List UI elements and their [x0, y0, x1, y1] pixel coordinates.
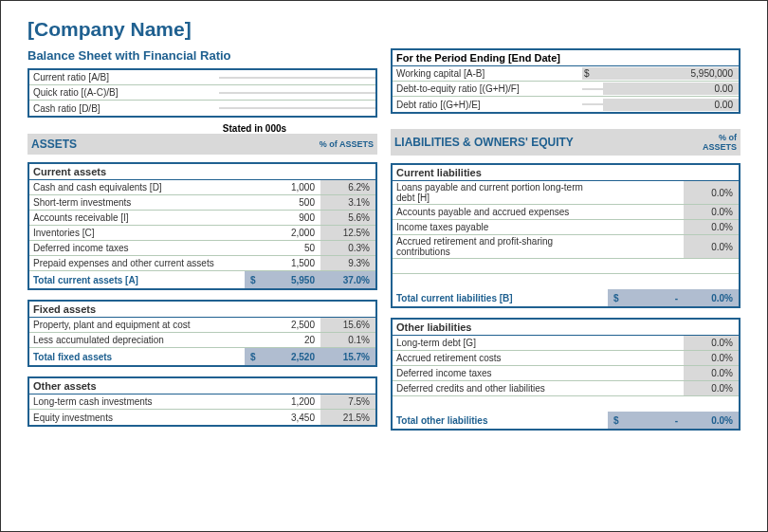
row-value: 1,500	[245, 256, 320, 270]
ratio-label: Debt-to-equity ratio [(G+H)/F]	[393, 83, 582, 95]
currency-symbol	[582, 88, 603, 90]
ratio-row: Debt-to-equity ratio [(G+H)/F] 0.00	[393, 82, 739, 97]
row-value	[608, 181, 684, 204]
total-label: Total current assets [A]	[29, 271, 245, 288]
ratio-value: 0.00	[603, 99, 739, 111]
row-label: Equity investments	[29, 410, 245, 425]
table-row: Long-term cash investments 1,200 7.5%	[29, 394, 375, 410]
total-row: Total current assets [A] $ 5,950 37.0%	[29, 271, 375, 288]
ratio-label: Current ratio [A/B]	[29, 71, 219, 83]
ratio-value: 5,950,000	[603, 67, 739, 80]
table-row: Deferred income taxes 50 0.3%	[29, 241, 375, 256]
row-pct: 0.0%	[684, 351, 739, 365]
table-row: Long-term debt [G] 0.0%	[393, 336, 739, 351]
assets-header-text: ASSETS	[31, 138, 77, 151]
table-row: Prepaid expenses and other current asset…	[29, 256, 375, 271]
pct-header: % of ASSETS	[320, 139, 374, 149]
row-label: Deferred credits and other liabilities	[393, 381, 608, 395]
total-pct: 15.7%	[320, 348, 375, 365]
ratio-value	[219, 107, 375, 109]
ratio-row: Debt ratio [(G+H)/E] 0.00	[393, 97, 739, 112]
row-label: Accounts receivable [I]	[29, 211, 245, 225]
table-row: Cash and cash equivalents [D] 1,000 6.2%	[29, 180, 375, 195]
row-pct: 6.2%	[320, 180, 375, 194]
row-value: 1,000	[245, 180, 320, 194]
current-liabilities-header: Current liabilities	[393, 165, 739, 181]
currency-symbol: $	[582, 67, 603, 80]
row-label: Deferred income taxes	[29, 241, 245, 255]
ratio-value	[219, 77, 375, 79]
row-label: Deferred income taxes	[393, 366, 608, 380]
total-amount: -	[625, 415, 678, 426]
total-value: $ 5,950	[245, 271, 320, 288]
currency-symbol: $	[613, 415, 625, 426]
total-label: Total other liabilities	[393, 412, 608, 429]
table-row: Equity investments 3,450 21.5%	[29, 410, 375, 425]
total-row: Total current liabilities [B] $ - 0.0%	[393, 289, 739, 306]
row-value: 900	[245, 211, 320, 225]
other-liabilities-header: Other liabilities	[393, 320, 739, 336]
table-row: Accrued retirement costs 0.0%	[393, 351, 739, 366]
total-pct: 0.0%	[684, 412, 739, 429]
fixed-assets-header: Fixed assets	[29, 302, 375, 318]
row-pct: 3.1%	[320, 195, 375, 210]
row-label: Less accumulated depreciation	[29, 333, 245, 347]
ratio-label: Quick ratio [(A-C)/B]	[29, 86, 219, 99]
table-row: Property, plant and equipment at cost 2,…	[29, 318, 375, 333]
page-subtitle: Balance Sheet with Financial Ratio	[27, 48, 377, 63]
other-assets-group: Other assets Long-term cash investments …	[27, 376, 377, 427]
table-row: Less accumulated depreciation 20 0.1%	[29, 333, 375, 348]
row-value: 2,500	[245, 318, 320, 332]
total-value: $ -	[608, 412, 684, 429]
row-value: 50	[245, 241, 320, 255]
currency-symbol: $	[613, 293, 625, 303]
row-label: Accounts payable and accrued expenses	[393, 205, 608, 219]
row-value: 3,450	[245, 410, 320, 425]
row-pct: 0.0%	[684, 235, 739, 258]
left-ratios-box: Current ratio [A/B] Quick ratio [(A-C)/B…	[27, 68, 377, 118]
row-value	[608, 336, 684, 350]
row-value	[608, 235, 684, 258]
row-label: Long-term cash investments	[29, 394, 245, 409]
row-label: Inventories [C]	[29, 226, 245, 240]
row-value	[608, 220, 684, 234]
row-label: Loans payable and current portion long-t…	[393, 181, 608, 204]
total-amount: 2,520	[262, 352, 315, 362]
ratio-row: Working capital [A-B] $ 5,950,000	[393, 66, 739, 82]
table-row: Accounts payable and accrued expenses 0.…	[393, 205, 739, 220]
ratio-value: 0.00	[603, 83, 739, 95]
row-pct: 0.0%	[684, 366, 739, 380]
row-label: Short-term investments	[29, 195, 245, 210]
currency-symbol	[582, 103, 603, 105]
row-pct: 0.0%	[684, 381, 739, 395]
row-label: Accrued retirement costs	[393, 351, 608, 365]
pct-header: % of ASSETS	[703, 133, 737, 152]
row-pct: 12.5%	[320, 226, 375, 240]
total-amount: -	[625, 293, 678, 303]
table-row: Income taxes payable 0.0%	[393, 220, 739, 235]
row-pct: 0.0%	[684, 220, 739, 234]
table-row: Loans payable and current portion long-t…	[393, 181, 739, 205]
table-row: Deferred income taxes 0.0%	[393, 366, 739, 381]
ratio-label: Working capital [A-B]	[393, 67, 582, 80]
ratio-row: Quick ratio [(A-C)/B]	[29, 85, 375, 101]
assets-header: ASSETS % of ASSETS	[27, 134, 377, 155]
table-row: Inventories [C] 2,000 12.5%	[29, 226, 375, 241]
row-value	[608, 351, 684, 365]
row-value	[608, 205, 684, 219]
table-row: Accrued retirement and profit-sharing co…	[393, 235, 739, 259]
liabilities-header: LIABILITIES & OWNERS' EQUITY % of ASSETS	[391, 129, 741, 156]
ratio-label: Cash ratio [D/B]	[29, 102, 219, 115]
ratio-row: Cash ratio [D/B]	[29, 101, 375, 116]
row-pct: 21.5%	[320, 410, 375, 425]
total-value: $ -	[608, 289, 684, 306]
row-pct: 9.3%	[320, 256, 375, 270]
current-assets-header: Current assets	[29, 164, 375, 180]
row-pct: 15.6%	[320, 318, 375, 332]
total-amount: 5,950	[262, 275, 315, 285]
company-name: [Company Name]	[27, 18, 741, 41]
other-assets-header: Other assets	[29, 378, 375, 394]
row-pct: 0.0%	[684, 181, 739, 204]
row-label: Property, plant and equipment at cost	[29, 318, 245, 332]
total-label: Total fixed assets	[29, 348, 245, 365]
